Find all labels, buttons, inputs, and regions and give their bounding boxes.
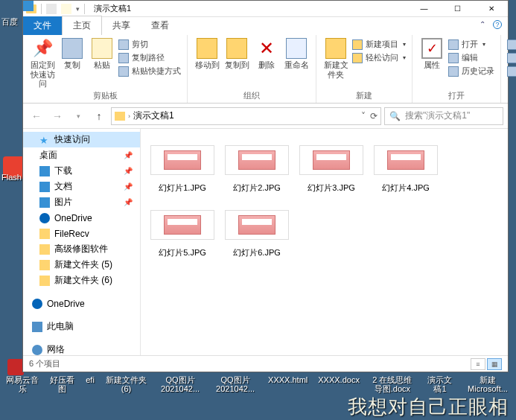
jpg-thumb-icon xyxy=(164,215,201,235)
history-icon xyxy=(448,66,459,77)
task-item[interactable]: 新建文件夹 (6) xyxy=(105,375,147,393)
tab-file[interactable]: 文件 xyxy=(23,16,62,35)
edit-icon xyxy=(448,53,459,63)
sidebar-item-onedrive[interactable]: OneDrive xyxy=(23,210,140,226)
address-bar[interactable]: › 演示文稿1 ˅ ⟳ xyxy=(111,107,381,125)
pin-icon: 📌 xyxy=(32,38,53,59)
file-item[interactable]: 幻灯片1.JPG xyxy=(150,145,215,194)
forward-button[interactable]: → xyxy=(48,107,66,125)
task-item[interactable]: efi xyxy=(86,375,95,384)
task-item[interactable]: QQ图片2021042... xyxy=(213,375,258,393)
paste-button[interactable]: 粘贴 xyxy=(87,36,117,71)
task-item[interactable]: 2 在线思维导图.docx xyxy=(370,375,415,393)
ribbon-collapse-icon[interactable]: ⌃ xyxy=(480,20,485,29)
refresh-button[interactable]: ⟳ xyxy=(370,111,378,121)
back-button[interactable]: ← xyxy=(28,107,45,125)
sidebar-item-filerecv[interactable]: FileRecv xyxy=(23,226,140,241)
sidebar-item-newfolder6[interactable]: 新建文件夹 (6) xyxy=(23,273,140,288)
tab-share[interactable]: 共享 xyxy=(102,16,141,35)
edit-button[interactable]: 编辑 xyxy=(447,51,496,64)
navbar: ← → ▾ ↑ › 演示文稿1 ˅ ⟳ 🔍 搜索"演示文稿1" xyxy=(23,104,508,129)
sidebar-item-documents[interactable]: 文档📌 xyxy=(23,179,140,194)
sidebar-item-desktop[interactable]: 桌面📌 xyxy=(23,147,140,163)
newfolder-icon xyxy=(325,38,346,59)
delete-icon: ✕ xyxy=(256,38,277,59)
sidebar-item-pictures[interactable]: 图片📌 xyxy=(23,194,140,210)
properties-button[interactable]: ✓ 属性 xyxy=(417,36,447,71)
addr-dropdown-icon[interactable]: ˅ xyxy=(361,111,366,121)
delete-button[interactable]: ✕ 删除 xyxy=(252,36,281,71)
invert-button[interactable]: 反向选择 xyxy=(506,65,516,77)
qat-icon[interactable] xyxy=(61,4,71,14)
search-input[interactable]: 🔍 搜索"演示文稿1" xyxy=(384,107,503,125)
copy-button[interactable]: 复制 xyxy=(57,36,87,71)
open-button[interactable]: 打开▾ xyxy=(447,38,496,51)
paste-shortcut-button[interactable]: 粘贴快捷方式 xyxy=(117,65,182,77)
close-button[interactable]: ✕ xyxy=(474,1,508,17)
desktop-icon-red[interactable] xyxy=(7,359,24,375)
sidebar-item-thispc[interactable]: 此电脑 xyxy=(23,319,140,334)
easyaccess-button[interactable]: 轻松访问▾ xyxy=(351,51,407,64)
sidebar-item-newfolder5[interactable]: 新建文件夹 (5) xyxy=(23,257,140,273)
desktop-taskbar-labels: 网易云音乐 好压看图 efi 新建文件夹 (6) QQ图片2021042... … xyxy=(0,375,516,395)
history-button[interactable]: 历史记录 xyxy=(447,65,496,77)
jpg-thumb-icon xyxy=(164,150,201,170)
newfolder-button[interactable]: 新建文件夹 xyxy=(321,36,351,80)
task-item[interactable]: 网易云音乐 xyxy=(6,375,39,393)
pin-to-quick-button[interactable]: 📌 固定到快速访问 xyxy=(28,36,57,90)
copypath-button[interactable]: 复制路径 xyxy=(117,51,182,64)
paste-icon xyxy=(92,38,112,59)
status-count: 6 个项目 xyxy=(29,358,60,369)
task-item[interactable]: XXXX.docx xyxy=(318,375,360,384)
group-label: 新建 xyxy=(356,90,372,101)
downloads-icon xyxy=(39,166,50,176)
sidebar-item-downloads[interactable]: 下载📌 xyxy=(23,163,140,179)
task-item[interactable]: 演示文稿1 xyxy=(425,375,455,393)
sidebar-item-quick[interactable]: ★快速访问 xyxy=(23,132,140,147)
newitem-button[interactable]: 新建项目▾ xyxy=(351,38,407,51)
sidebar-item-onedrive2[interactable]: OneDrive xyxy=(23,296,140,311)
file-item[interactable]: 幻灯片6.JPG xyxy=(224,210,290,258)
tab-home[interactable]: 主页 xyxy=(62,16,102,35)
ribbon-tabs: 文件 主页 共享 查看 ⌃ ? xyxy=(23,17,508,35)
selectnone-button[interactable]: 全部取消 xyxy=(506,51,516,64)
jpg-thumb-icon xyxy=(313,150,350,170)
task-item[interactable]: 好压看图 xyxy=(49,375,75,393)
sidebar-item-network[interactable]: 网络 xyxy=(23,342,140,355)
wallpaper-caption: 我想对自己正眼相 xyxy=(0,393,516,420)
moveto-button[interactable]: 移动到 xyxy=(192,36,222,71)
selectall-icon xyxy=(507,39,516,50)
file-item[interactable]: 幻灯片3.JPG xyxy=(299,145,364,194)
task-item[interactable]: XXXX.html xyxy=(268,375,308,384)
titlebar: ▾ 演示文稿1 — ☐ ✕ xyxy=(23,1,508,17)
file-item[interactable]: 幻灯片2.JPG xyxy=(224,145,290,194)
task-item[interactable]: 新建 Microsoft... xyxy=(465,375,510,393)
tab-view[interactable]: 查看 xyxy=(141,16,179,35)
maximize-button[interactable]: ☐ xyxy=(441,1,474,17)
copyto-button[interactable]: 复制到 xyxy=(222,36,252,71)
shortcut-icon xyxy=(118,66,129,77)
file-item[interactable]: 幻灯片4.JPG xyxy=(373,145,439,194)
minimize-button[interactable]: — xyxy=(407,1,441,17)
task-item[interactable]: QQ图片2021042... xyxy=(158,375,203,393)
onedrive-icon xyxy=(32,299,42,309)
folder-icon xyxy=(39,229,50,239)
view-details-button[interactable]: ≡ xyxy=(471,358,485,370)
sidebar-item-advedit[interactable]: 高级修图软件 xyxy=(23,241,140,257)
up-button[interactable]: ↑ xyxy=(90,107,108,125)
selectall-button[interactable]: 全部选择 xyxy=(506,38,516,51)
search-icon: 🔍 xyxy=(389,111,401,121)
nav-pane: ★快速访问 桌面📌 下载📌 文档📌 图片📌 OneDrive FileRecv … xyxy=(23,129,141,355)
cut-button[interactable]: 剪切 xyxy=(117,38,182,51)
folder-icon xyxy=(39,244,50,255)
rename-button[interactable]: 重命名 xyxy=(281,36,311,71)
view-icons-button[interactable]: ▦ xyxy=(487,358,502,370)
qat-icon[interactable] xyxy=(46,4,57,14)
cut-icon xyxy=(118,39,129,50)
file-pane[interactable]: 幻灯片1.JPG 幻灯片2.JPG 幻灯片3.JPG 幻灯片4.JPG 幻灯片5… xyxy=(141,129,508,355)
file-item[interactable]: 幻灯片5.JPG xyxy=(150,210,215,258)
help-icon[interactable]: ? xyxy=(493,20,502,29)
folder-icon xyxy=(39,276,50,286)
copy-icon xyxy=(62,38,83,59)
recent-button[interactable]: ▾ xyxy=(69,107,87,125)
